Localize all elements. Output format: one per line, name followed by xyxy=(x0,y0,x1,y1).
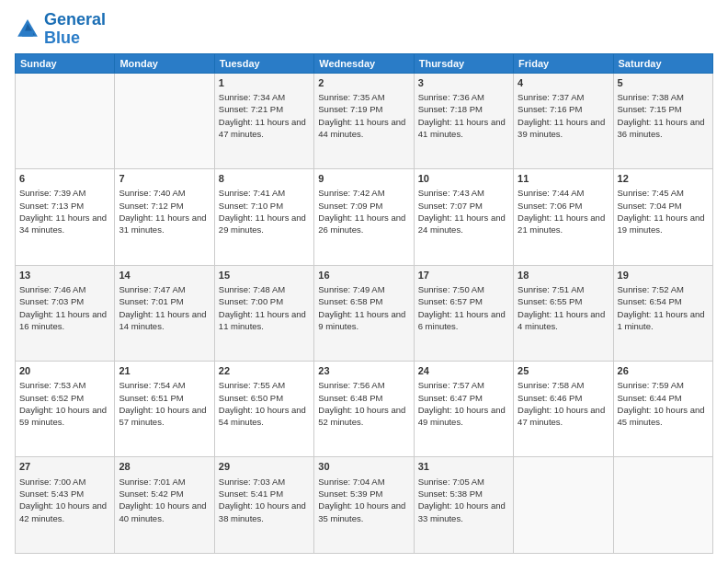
calendar-cell: 2Sunrise: 7:35 AM Sunset: 7:19 PM Daylig… xyxy=(314,73,414,168)
day-number: 17 xyxy=(418,269,509,282)
day-number: 25 xyxy=(518,364,609,378)
day-number: 12 xyxy=(618,172,709,186)
day-info: Sunrise: 7:47 AM Sunset: 7:01 PM Dayligh… xyxy=(119,283,210,332)
calendar-cell: 23Sunrise: 7:56 AM Sunset: 6:48 PM Dayli… xyxy=(314,362,414,457)
day-number: 30 xyxy=(318,460,409,474)
day-number: 28 xyxy=(119,460,210,474)
day-number: 7 xyxy=(119,172,210,186)
day-info: Sunrise: 7:36 AM Sunset: 7:18 PM Dayligh… xyxy=(418,91,509,140)
day-info: Sunrise: 7:34 AM Sunset: 7:21 PM Dayligh… xyxy=(219,91,310,140)
calendar-cell: 8Sunrise: 7:41 AM Sunset: 7:10 PM Daylig… xyxy=(214,169,313,265)
logo-general: General xyxy=(44,10,106,29)
calendar-cell: 10Sunrise: 7:43 AM Sunset: 7:07 PM Dayli… xyxy=(414,169,513,265)
calendar-cell: 17Sunrise: 7:50 AM Sunset: 6:57 PM Dayli… xyxy=(414,265,513,361)
calendar-cell: 14Sunrise: 7:47 AM Sunset: 7:01 PM Dayli… xyxy=(115,265,214,361)
calendar-cell xyxy=(514,457,613,554)
calendar-cell xyxy=(613,457,712,554)
calendar-cell: 24Sunrise: 7:57 AM Sunset: 6:47 PM Dayli… xyxy=(414,362,513,457)
calendar-cell: 1Sunrise: 7:34 AM Sunset: 7:21 PM Daylig… xyxy=(214,73,313,168)
day-info: Sunrise: 7:52 AM Sunset: 6:54 PM Dayligh… xyxy=(618,283,709,332)
calendar-cell: 22Sunrise: 7:55 AM Sunset: 6:50 PM Dayli… xyxy=(214,362,313,457)
day-number: 20 xyxy=(19,364,110,378)
svg-rect-2 xyxy=(22,30,33,36)
col-monday: Monday xyxy=(115,53,214,73)
day-number: 14 xyxy=(119,269,210,282)
day-number: 26 xyxy=(618,364,709,378)
day-info: Sunrise: 7:48 AM Sunset: 7:00 PM Dayligh… xyxy=(219,283,310,332)
calendar-cell: 30Sunrise: 7:04 AM Sunset: 5:39 PM Dayli… xyxy=(314,457,414,554)
day-info: Sunrise: 7:46 AM Sunset: 7:03 PM Dayligh… xyxy=(19,283,110,332)
day-info: Sunrise: 7:40 AM Sunset: 7:12 PM Dayligh… xyxy=(119,187,210,236)
calendar-week-row: 6Sunrise: 7:39 AM Sunset: 7:13 PM Daylig… xyxy=(16,169,713,265)
header: General Blue xyxy=(15,11,713,48)
logo-icon xyxy=(15,17,40,42)
day-number: 23 xyxy=(318,364,409,378)
calendar-header-row: Sunday Monday Tuesday Wednesday Thursday… xyxy=(16,53,713,73)
calendar-cell: 6Sunrise: 7:39 AM Sunset: 7:13 PM Daylig… xyxy=(16,169,115,265)
day-info: Sunrise: 7:01 AM Sunset: 5:42 PM Dayligh… xyxy=(119,476,210,524)
day-info: Sunrise: 7:49 AM Sunset: 6:58 PM Dayligh… xyxy=(318,283,409,332)
calendar-cell xyxy=(115,73,214,168)
calendar-cell: 31Sunrise: 7:05 AM Sunset: 5:38 PM Dayli… xyxy=(414,457,513,554)
day-info: Sunrise: 7:56 AM Sunset: 6:48 PM Dayligh… xyxy=(318,379,409,428)
day-number: 10 xyxy=(418,172,509,186)
day-info: Sunrise: 7:59 AM Sunset: 6:44 PM Dayligh… xyxy=(618,379,709,428)
day-number: 31 xyxy=(418,460,509,474)
calendar-week-row: 27Sunrise: 7:00 AM Sunset: 5:43 PM Dayli… xyxy=(16,457,713,554)
day-number: 11 xyxy=(518,172,609,186)
day-info: Sunrise: 7:55 AM Sunset: 6:50 PM Dayligh… xyxy=(219,379,310,428)
col-thursday: Thursday xyxy=(414,53,513,73)
day-number: 5 xyxy=(618,76,709,90)
calendar-cell: 13Sunrise: 7:46 AM Sunset: 7:03 PM Dayli… xyxy=(16,265,115,361)
logo-blue: Blue xyxy=(44,29,80,47)
day-number: 8 xyxy=(219,172,310,186)
day-info: Sunrise: 7:39 AM Sunset: 7:13 PM Dayligh… xyxy=(19,187,110,236)
calendar-cell: 15Sunrise: 7:48 AM Sunset: 7:00 PM Dayli… xyxy=(214,265,313,361)
page: General Blue Sunday Monday Tuesday Wedne… xyxy=(0,0,728,563)
day-number: 21 xyxy=(119,364,210,378)
logo: General Blue xyxy=(15,11,106,48)
calendar-cell xyxy=(16,73,115,168)
col-friday: Friday xyxy=(514,53,613,73)
calendar-cell: 9Sunrise: 7:42 AM Sunset: 7:09 PM Daylig… xyxy=(314,169,414,265)
day-number: 29 xyxy=(219,460,310,474)
day-info: Sunrise: 7:43 AM Sunset: 7:07 PM Dayligh… xyxy=(418,187,509,236)
day-info: Sunrise: 7:50 AM Sunset: 6:57 PM Dayligh… xyxy=(418,283,509,332)
calendar-cell: 29Sunrise: 7:03 AM Sunset: 5:41 PM Dayli… xyxy=(214,457,313,554)
day-number: 22 xyxy=(219,364,310,378)
day-info: Sunrise: 7:00 AM Sunset: 5:43 PM Dayligh… xyxy=(19,476,110,524)
day-number: 3 xyxy=(418,76,509,90)
col-wednesday: Wednesday xyxy=(314,53,414,73)
day-info: Sunrise: 7:51 AM Sunset: 6:55 PM Dayligh… xyxy=(518,283,609,332)
day-number: 18 xyxy=(518,269,609,282)
calendar-cell: 28Sunrise: 7:01 AM Sunset: 5:42 PM Dayli… xyxy=(115,457,214,554)
day-info: Sunrise: 7:38 AM Sunset: 7:15 PM Dayligh… xyxy=(618,91,709,140)
calendar-cell: 26Sunrise: 7:59 AM Sunset: 6:44 PM Dayli… xyxy=(613,362,712,457)
col-saturday: Saturday xyxy=(613,53,712,73)
logo-text: General Blue xyxy=(44,11,106,48)
day-number: 13 xyxy=(19,269,110,282)
day-info: Sunrise: 7:03 AM Sunset: 5:41 PM Dayligh… xyxy=(219,476,310,524)
calendar-cell: 7Sunrise: 7:40 AM Sunset: 7:12 PM Daylig… xyxy=(115,169,214,265)
calendar-cell: 11Sunrise: 7:44 AM Sunset: 7:06 PM Dayli… xyxy=(514,169,613,265)
calendar-cell: 18Sunrise: 7:51 AM Sunset: 6:55 PM Dayli… xyxy=(514,265,613,361)
day-info: Sunrise: 7:37 AM Sunset: 7:16 PM Dayligh… xyxy=(518,91,609,140)
calendar-cell: 21Sunrise: 7:54 AM Sunset: 6:51 PM Dayli… xyxy=(115,362,214,457)
day-number: 16 xyxy=(318,269,409,282)
day-info: Sunrise: 7:35 AM Sunset: 7:19 PM Dayligh… xyxy=(318,91,409,140)
calendar-cell: 3Sunrise: 7:36 AM Sunset: 7:18 PM Daylig… xyxy=(414,73,513,168)
day-number: 15 xyxy=(219,269,310,282)
calendar-week-row: 1Sunrise: 7:34 AM Sunset: 7:21 PM Daylig… xyxy=(16,73,713,168)
col-sunday: Sunday xyxy=(16,53,115,73)
calendar-table: Sunday Monday Tuesday Wednesday Thursday… xyxy=(15,53,713,554)
calendar-cell: 25Sunrise: 7:58 AM Sunset: 6:46 PM Dayli… xyxy=(514,362,613,457)
day-info: Sunrise: 7:41 AM Sunset: 7:10 PM Dayligh… xyxy=(219,187,310,236)
calendar-cell: 16Sunrise: 7:49 AM Sunset: 6:58 PM Dayli… xyxy=(314,265,414,361)
calendar-cell: 27Sunrise: 7:00 AM Sunset: 5:43 PM Dayli… xyxy=(16,457,115,554)
day-info: Sunrise: 7:58 AM Sunset: 6:46 PM Dayligh… xyxy=(518,379,609,428)
calendar-cell: 12Sunrise: 7:45 AM Sunset: 7:04 PM Dayli… xyxy=(613,169,712,265)
day-info: Sunrise: 7:45 AM Sunset: 7:04 PM Dayligh… xyxy=(618,187,709,236)
day-number: 9 xyxy=(318,172,409,186)
day-info: Sunrise: 7:42 AM Sunset: 7:09 PM Dayligh… xyxy=(318,187,409,236)
day-number: 24 xyxy=(418,364,509,378)
